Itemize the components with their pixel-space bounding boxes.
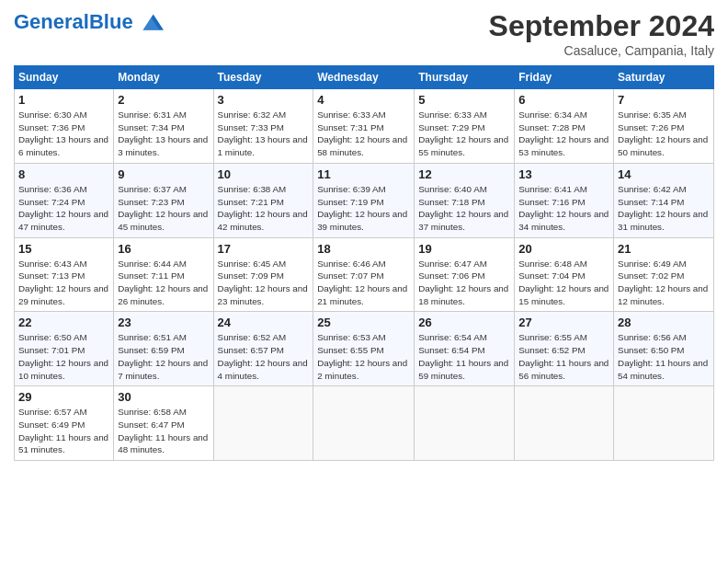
day-number: 9	[118, 167, 209, 181]
col-header-monday: Monday	[114, 66, 213, 89]
month-title: September 2024	[489, 9, 714, 43]
cell-info: Sunrise: 6:34 AMSunset: 7:28 PMDaylight:…	[518, 109, 609, 159]
col-header-wednesday: Wednesday	[313, 66, 415, 89]
cell-info: Sunrise: 6:39 AMSunset: 7:19 PMDaylight:…	[317, 183, 410, 234]
day-cell: 12 Sunrise: 6:40 AMSunset: 7:18 PMDaylig…	[415, 163, 515, 237]
day-number: 22	[18, 316, 109, 329]
day-cell: 30 Sunrise: 6:58 AMSunset: 6:47 PMDaylig…	[114, 386, 213, 461]
day-cell: 16 Sunrise: 6:44 AMSunset: 7:11 PMDaylig…	[114, 237, 213, 312]
cell-info: Sunrise: 6:48 AMSunset: 7:04 PMDaylight:…	[518, 258, 609, 308]
cell-info: Sunrise: 6:53 AMSunset: 6:55 PMDaylight:…	[317, 331, 410, 382]
cell-info: Sunrise: 6:33 AMSunset: 7:31 PMDaylight:…	[317, 109, 410, 159]
week-row-3: 15 Sunrise: 6:43 AMSunset: 7:13 PMDaylig…	[15, 237, 714, 312]
logo-icon	[136, 7, 164, 35]
col-header-tuesday: Tuesday	[213, 66, 313, 89]
day-number: 18	[317, 242, 410, 256]
cell-info: Sunrise: 6:30 AMSunset: 7:36 PMDaylight:…	[18, 109, 109, 159]
day-number: 17	[218, 242, 310, 256]
day-cell: 2 Sunrise: 6:31 AMSunset: 7:34 PMDayligh…	[114, 89, 213, 164]
day-number: 13	[518, 167, 609, 181]
logo: GeneralBlue	[14, 9, 164, 35]
day-cell: 26 Sunrise: 6:54 AMSunset: 6:54 PMDaylig…	[415, 312, 515, 386]
day-cell: 6 Sunrise: 6:34 AMSunset: 7:28 PMDayligh…	[515, 89, 614, 164]
cell-info: Sunrise: 6:40 AMSunset: 7:18 PMDaylight:…	[418, 183, 510, 234]
cell-info: Sunrise: 6:37 AMSunset: 7:23 PMDaylight:…	[118, 183, 209, 234]
week-row-1: 1 Sunrise: 6:30 AMSunset: 7:36 PMDayligh…	[15, 89, 714, 164]
day-cell: 7 Sunrise: 6:35 AMSunset: 7:26 PMDayligh…	[614, 89, 714, 164]
col-header-friday: Friday	[515, 66, 614, 89]
cell-info: Sunrise: 6:46 AMSunset: 7:07 PMDaylight:…	[317, 258, 410, 308]
day-number: 10	[218, 167, 310, 181]
day-number: 27	[518, 316, 609, 329]
header: GeneralBlue September 2024 Casaluce, Cam…	[14, 9, 714, 58]
col-header-saturday: Saturday	[614, 66, 714, 89]
day-cell: 20 Sunrise: 6:48 AMSunset: 7:04 PMDaylig…	[515, 237, 614, 312]
day-cell: 11 Sunrise: 6:39 AMSunset: 7:19 PMDaylig…	[313, 163, 415, 237]
cell-info: Sunrise: 6:44 AMSunset: 7:11 PMDaylight:…	[118, 258, 209, 308]
day-number: 11	[317, 167, 410, 181]
day-number: 24	[218, 316, 310, 329]
day-number: 7	[618, 93, 710, 107]
day-number: 29	[18, 390, 109, 404]
day-cell: 21 Sunrise: 6:49 AMSunset: 7:02 PMDaylig…	[614, 237, 714, 312]
cell-info: Sunrise: 6:35 AMSunset: 7:26 PMDaylight:…	[618, 109, 710, 159]
day-number: 25	[317, 316, 410, 329]
day-number: 12	[418, 167, 510, 181]
cell-info: Sunrise: 6:38 AMSunset: 7:21 PMDaylight:…	[218, 183, 310, 234]
col-header-thursday: Thursday	[415, 66, 515, 89]
day-cell	[515, 386, 614, 461]
cell-info: Sunrise: 6:52 AMSunset: 6:57 PMDaylight:…	[218, 331, 310, 382]
day-number: 16	[118, 242, 209, 256]
day-number: 2	[118, 93, 209, 107]
col-header-sunday: Sunday	[15, 66, 114, 89]
cell-info: Sunrise: 6:49 AMSunset: 7:02 PMDaylight:…	[618, 258, 710, 308]
day-cell: 14 Sunrise: 6:42 AMSunset: 7:14 PMDaylig…	[614, 163, 714, 237]
week-row-5: 29 Sunrise: 6:57 AMSunset: 6:49 PMDaylig…	[15, 386, 714, 461]
day-cell: 27 Sunrise: 6:55 AMSunset: 6:52 PMDaylig…	[515, 312, 614, 386]
day-cell: 15 Sunrise: 6:43 AMSunset: 7:13 PMDaylig…	[15, 237, 114, 312]
day-cell	[614, 386, 714, 461]
cell-info: Sunrise: 6:56 AMSunset: 6:50 PMDaylight:…	[618, 331, 710, 382]
title-block: September 2024 Casaluce, Campania, Italy	[489, 9, 714, 58]
cell-info: Sunrise: 6:58 AMSunset: 6:47 PMDaylight:…	[118, 406, 209, 456]
day-cell	[415, 386, 515, 461]
day-cell	[213, 386, 313, 461]
day-cell: 13 Sunrise: 6:41 AMSunset: 7:16 PMDaylig…	[515, 163, 614, 237]
day-cell: 24 Sunrise: 6:52 AMSunset: 6:57 PMDaylig…	[213, 312, 313, 386]
day-cell: 23 Sunrise: 6:51 AMSunset: 6:59 PMDaylig…	[114, 312, 213, 386]
day-number: 6	[518, 93, 609, 107]
day-cell: 19 Sunrise: 6:47 AMSunset: 7:06 PMDaylig…	[415, 237, 515, 312]
cell-info: Sunrise: 6:47 AMSunset: 7:06 PMDaylight:…	[418, 258, 510, 308]
day-cell: 29 Sunrise: 6:57 AMSunset: 6:49 PMDaylig…	[15, 386, 114, 461]
day-cell: 25 Sunrise: 6:53 AMSunset: 6:55 PMDaylig…	[313, 312, 415, 386]
day-cell: 5 Sunrise: 6:33 AMSunset: 7:29 PMDayligh…	[415, 89, 515, 164]
week-row-4: 22 Sunrise: 6:50 AMSunset: 7:01 PMDaylig…	[15, 312, 714, 386]
day-cell: 18 Sunrise: 6:46 AMSunset: 7:07 PMDaylig…	[313, 237, 415, 312]
header-row: SundayMondayTuesdayWednesdayThursdayFrid…	[15, 66, 714, 89]
logo-text: GeneralBlue	[14, 11, 133, 33]
cell-info: Sunrise: 6:42 AMSunset: 7:14 PMDaylight:…	[618, 183, 710, 234]
week-row-2: 8 Sunrise: 6:36 AMSunset: 7:24 PMDayligh…	[15, 163, 714, 237]
cell-info: Sunrise: 6:51 AMSunset: 6:59 PMDaylight:…	[118, 331, 209, 382]
day-cell: 9 Sunrise: 6:37 AMSunset: 7:23 PMDayligh…	[114, 163, 213, 237]
cell-info: Sunrise: 6:43 AMSunset: 7:13 PMDaylight:…	[18, 258, 109, 308]
day-number: 15	[18, 242, 109, 256]
day-number: 5	[418, 93, 510, 107]
location: Casaluce, Campania, Italy	[489, 43, 714, 58]
day-number: 23	[118, 316, 209, 329]
cell-info: Sunrise: 6:41 AMSunset: 7:16 PMDaylight:…	[518, 183, 609, 234]
day-cell: 8 Sunrise: 6:36 AMSunset: 7:24 PMDayligh…	[15, 163, 114, 237]
day-cell: 17 Sunrise: 6:45 AMSunset: 7:09 PMDaylig…	[213, 237, 313, 312]
day-cell	[313, 386, 415, 461]
day-number: 20	[518, 242, 609, 256]
day-number: 26	[418, 316, 510, 329]
cell-info: Sunrise: 6:45 AMSunset: 7:09 PMDaylight:…	[218, 258, 310, 308]
cell-info: Sunrise: 6:54 AMSunset: 6:54 PMDaylight:…	[418, 331, 510, 382]
day-cell: 3 Sunrise: 6:32 AMSunset: 7:33 PMDayligh…	[213, 89, 313, 164]
day-number: 30	[118, 390, 209, 404]
cell-info: Sunrise: 6:55 AMSunset: 6:52 PMDaylight:…	[518, 331, 609, 382]
day-number: 4	[317, 93, 410, 107]
day-number: 3	[218, 93, 310, 107]
cell-info: Sunrise: 6:33 AMSunset: 7:29 PMDaylight:…	[418, 109, 510, 159]
day-number: 28	[618, 316, 710, 329]
